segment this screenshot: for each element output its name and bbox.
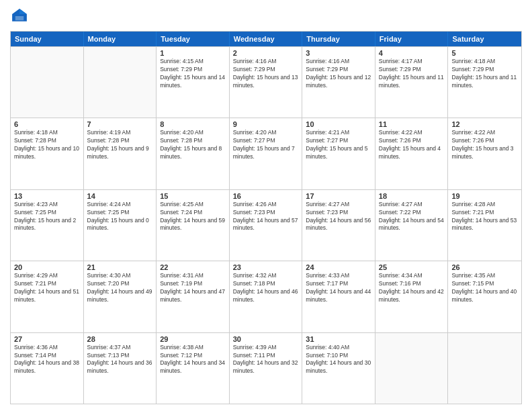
calendar-cell: 26Sunrise: 4:35 AM Sunset: 7:15 PM Dayli… [448,261,521,332]
cell-info: Sunrise: 4:27 AM Sunset: 7:23 PM Dayligh… [306,201,371,233]
cell-info: Sunrise: 4:37 AM Sunset: 7:13 PM Dayligh… [87,344,153,376]
calendar-cell [448,333,521,404]
day-number: 6 [14,120,80,128]
calendar-cell: 8Sunrise: 4:20 AM Sunset: 7:28 PM Daylig… [157,118,230,189]
calendar-cell [84,47,157,118]
svg-marker-1 [19,9,27,14]
calendar-header-sunday: Sunday [11,32,84,46]
cell-info: Sunrise: 4:17 AM Sunset: 7:29 PM Dayligh… [379,58,445,90]
cell-info: Sunrise: 4:18 AM Sunset: 7:28 PM Dayligh… [14,129,80,161]
cell-info: Sunrise: 4:16 AM Sunset: 7:29 PM Dayligh… [233,58,299,90]
page: SundayMondayTuesdayWednesdayThursdayFrid… [0,0,532,411]
cell-info: Sunrise: 4:16 AM Sunset: 7:29 PM Dayligh… [306,58,371,90]
day-number: 23 [233,263,299,271]
cell-info: Sunrise: 4:26 AM Sunset: 7:23 PM Dayligh… [233,201,299,233]
calendar-cell: 25Sunrise: 4:34 AM Sunset: 7:16 PM Dayli… [375,261,449,332]
calendar-cell: 12Sunrise: 4:22 AM Sunset: 7:26 PM Dayli… [448,118,521,189]
logo [10,7,32,26]
day-number: 2 [233,49,299,57]
cell-info: Sunrise: 4:34 AM Sunset: 7:16 PM Dayligh… [379,272,445,304]
cell-info: Sunrise: 4:35 AM Sunset: 7:15 PM Dayligh… [451,272,518,304]
calendar-cell: 31Sunrise: 4:40 AM Sunset: 7:10 PM Dayli… [302,333,375,404]
day-number: 31 [306,335,371,343]
header [10,7,522,26]
day-number: 7 [87,120,153,128]
cell-info: Sunrise: 4:32 AM Sunset: 7:18 PM Dayligh… [233,272,299,304]
calendar-cell: 10Sunrise: 4:21 AM Sunset: 7:27 PM Dayli… [302,118,375,189]
cell-info: Sunrise: 4:18 AM Sunset: 7:29 PM Dayligh… [451,58,518,90]
day-number: 9 [233,120,299,128]
calendar-cell: 27Sunrise: 4:36 AM Sunset: 7:14 PM Dayli… [11,333,84,404]
day-number: 29 [160,335,226,343]
day-number: 12 [451,120,518,128]
day-number: 25 [379,263,445,271]
calendar-cell: 4Sunrise: 4:17 AM Sunset: 7:29 PM Daylig… [375,47,449,118]
day-number: 22 [160,263,226,271]
calendar-cell: 1Sunrise: 4:15 AM Sunset: 7:29 PM Daylig… [157,47,230,118]
day-number: 15 [160,192,226,200]
calendar-header-friday: Friday [375,32,449,46]
cell-info: Sunrise: 4:23 AM Sunset: 7:25 PM Dayligh… [14,201,80,233]
day-number: 11 [379,120,445,128]
svg-rect-2 [15,16,24,20]
cell-info: Sunrise: 4:38 AM Sunset: 7:12 PM Dayligh… [160,344,226,376]
calendar-cell: 6Sunrise: 4:18 AM Sunset: 7:28 PM Daylig… [11,118,84,189]
calendar-body: 1Sunrise: 4:15 AM Sunset: 7:29 PM Daylig… [11,46,521,404]
cell-info: Sunrise: 4:22 AM Sunset: 7:26 PM Dayligh… [451,129,518,161]
calendar-week-2: 6Sunrise: 4:18 AM Sunset: 7:28 PM Daylig… [11,118,521,189]
cell-info: Sunrise: 4:19 AM Sunset: 7:28 PM Dayligh… [87,129,153,161]
calendar-cell: 28Sunrise: 4:37 AM Sunset: 7:13 PM Dayli… [84,333,157,404]
day-number: 18 [379,192,445,200]
calendar-header-wednesday: Wednesday [230,32,303,46]
day-number: 17 [306,192,371,200]
calendar-cell: 21Sunrise: 4:30 AM Sunset: 7:20 PM Dayli… [84,261,157,332]
calendar-cell: 20Sunrise: 4:29 AM Sunset: 7:21 PM Dayli… [11,261,84,332]
cell-info: Sunrise: 4:22 AM Sunset: 7:26 PM Dayligh… [379,129,445,161]
calendar-cell [375,333,449,404]
calendar-cell [11,47,84,118]
calendar-week-1: 1Sunrise: 4:15 AM Sunset: 7:29 PM Daylig… [11,46,521,118]
calendar-week-3: 13Sunrise: 4:23 AM Sunset: 7:25 PM Dayli… [11,189,521,261]
calendar: SundayMondayTuesdayWednesdayThursdayFrid… [10,31,522,404]
cell-info: Sunrise: 4:20 AM Sunset: 7:27 PM Dayligh… [233,129,299,161]
day-number: 19 [451,192,518,200]
day-number: 1 [160,49,226,57]
calendar-cell: 13Sunrise: 4:23 AM Sunset: 7:25 PM Dayli… [11,190,84,261]
calendar-cell: 7Sunrise: 4:19 AM Sunset: 7:28 PM Daylig… [84,118,157,189]
cell-info: Sunrise: 4:31 AM Sunset: 7:19 PM Dayligh… [160,272,226,304]
cell-info: Sunrise: 4:20 AM Sunset: 7:28 PM Dayligh… [160,129,226,161]
cell-info: Sunrise: 4:27 AM Sunset: 7:22 PM Dayligh… [379,201,445,233]
cell-info: Sunrise: 4:28 AM Sunset: 7:21 PM Dayligh… [451,201,518,233]
day-number: 4 [379,49,445,57]
calendar-cell: 2Sunrise: 4:16 AM Sunset: 7:29 PM Daylig… [230,47,303,118]
calendar-cell: 19Sunrise: 4:28 AM Sunset: 7:21 PM Dayli… [448,190,521,261]
calendar-cell: 16Sunrise: 4:26 AM Sunset: 7:23 PM Dayli… [230,190,303,261]
cell-info: Sunrise: 4:29 AM Sunset: 7:21 PM Dayligh… [14,272,80,304]
day-number: 16 [233,192,299,200]
calendar-cell: 18Sunrise: 4:27 AM Sunset: 7:22 PM Dayli… [375,190,449,261]
calendar-header: SundayMondayTuesdayWednesdayThursdayFrid… [11,32,521,46]
calendar-cell: 15Sunrise: 4:25 AM Sunset: 7:24 PM Dayli… [157,190,230,261]
day-number: 8 [160,120,226,128]
cell-info: Sunrise: 4:25 AM Sunset: 7:24 PM Dayligh… [160,201,226,233]
calendar-cell: 17Sunrise: 4:27 AM Sunset: 7:23 PM Dayli… [302,190,375,261]
cell-info: Sunrise: 4:15 AM Sunset: 7:29 PM Dayligh… [160,58,226,90]
day-number: 26 [451,263,518,271]
day-number: 28 [87,335,153,343]
logo-icon [10,7,29,26]
day-number: 13 [14,192,80,200]
cell-info: Sunrise: 4:39 AM Sunset: 7:11 PM Dayligh… [233,344,299,376]
day-number: 5 [451,49,518,57]
calendar-header-tuesday: Tuesday [157,32,230,46]
calendar-cell: 30Sunrise: 4:39 AM Sunset: 7:11 PM Dayli… [230,333,303,404]
calendar-week-5: 27Sunrise: 4:36 AM Sunset: 7:14 PM Dayli… [11,332,521,404]
cell-info: Sunrise: 4:30 AM Sunset: 7:20 PM Dayligh… [87,272,153,304]
calendar-week-4: 20Sunrise: 4:29 AM Sunset: 7:21 PM Dayli… [11,261,521,332]
day-number: 24 [306,263,371,271]
calendar-cell: 29Sunrise: 4:38 AM Sunset: 7:12 PM Dayli… [157,333,230,404]
cell-info: Sunrise: 4:36 AM Sunset: 7:14 PM Dayligh… [14,344,80,376]
calendar-header-monday: Monday [84,32,157,46]
calendar-cell: 11Sunrise: 4:22 AM Sunset: 7:26 PM Dayli… [375,118,449,189]
day-number: 3 [306,49,371,57]
cell-info: Sunrise: 4:24 AM Sunset: 7:25 PM Dayligh… [87,201,153,233]
